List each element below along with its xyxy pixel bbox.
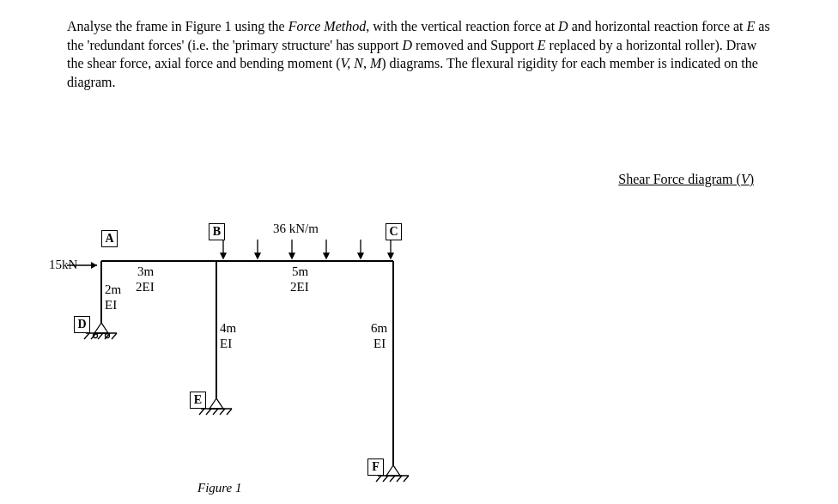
svg-marker-18 bbox=[388, 253, 393, 258]
node-e: E bbox=[190, 392, 206, 409]
ab-length: 3m bbox=[137, 264, 154, 279]
node-f: F bbox=[367, 458, 384, 476]
svg-line-39 bbox=[390, 476, 395, 482]
node-b: B bbox=[209, 223, 225, 240]
svg-line-37 bbox=[376, 476, 381, 482]
frame-diagram bbox=[52, 218, 412, 501]
svg-line-40 bbox=[397, 476, 402, 482]
svg-marker-1 bbox=[91, 262, 97, 269]
shear-force-heading: Shear Force diagram (V) bbox=[618, 172, 754, 187]
svg-marker-12 bbox=[289, 253, 295, 258]
cf-length: 6m bbox=[371, 321, 387, 336]
cf-ei: EI bbox=[373, 337, 386, 351]
svg-marker-35 bbox=[386, 465, 400, 476]
svg-line-32 bbox=[213, 409, 218, 415]
ad-ei: EI bbox=[105, 298, 117, 313]
svg-line-31 bbox=[206, 409, 211, 415]
svg-line-23 bbox=[98, 333, 103, 339]
svg-marker-19 bbox=[94, 323, 108, 333]
be-length: 4m bbox=[220, 321, 236, 336]
bc-length: 5m bbox=[292, 264, 308, 279]
problem-statement: Analyse the frame in Figure 1 using the … bbox=[67, 17, 771, 91]
svg-marker-14 bbox=[324, 253, 329, 258]
svg-line-30 bbox=[199, 409, 204, 415]
be-ei: EI bbox=[220, 337, 232, 351]
load-15kn: 15kN bbox=[49, 258, 77, 272]
figure-1: A B C D E F 15kN 36 kN/m 3m 2EI 2m EI 4m… bbox=[52, 218, 412, 501]
svg-marker-8 bbox=[221, 253, 226, 258]
svg-marker-10 bbox=[255, 253, 260, 258]
svg-line-33 bbox=[220, 409, 225, 415]
svg-line-21 bbox=[84, 333, 89, 339]
svg-marker-28 bbox=[210, 398, 223, 409]
figure-caption: Figure 1 bbox=[197, 481, 242, 495]
svg-marker-16 bbox=[358, 253, 363, 258]
ab-ei: 2EI bbox=[136, 280, 155, 295]
ad-length: 2m bbox=[105, 282, 121, 297]
svg-line-25 bbox=[112, 333, 117, 339]
node-d: D bbox=[74, 316, 90, 333]
bc-ei: 2EI bbox=[290, 280, 309, 295]
udl-label: 36 kN/m bbox=[273, 222, 319, 236]
svg-line-41 bbox=[404, 476, 409, 482]
svg-line-34 bbox=[227, 409, 232, 415]
svg-line-38 bbox=[383, 476, 388, 482]
node-c: C bbox=[386, 223, 402, 240]
node-a: A bbox=[101, 230, 118, 247]
